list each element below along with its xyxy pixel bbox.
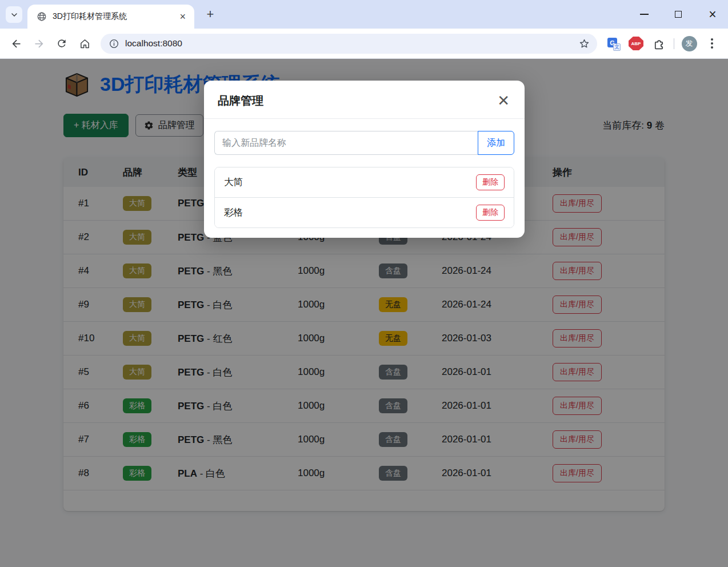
- modal-body: 添加 大简删除彩格删除: [204, 119, 525, 238]
- tab-title: 3D打印耗材管理系统: [53, 11, 178, 22]
- back-arrow-icon: [10, 38, 22, 50]
- browser-chrome: 3D打印耗材管理系统 × + ×: [0, 0, 728, 59]
- browser-toolbar: localhost:8080 G 文 ABP 发: [0, 29, 728, 59]
- page-viewport: 3D打印耗材管理系统 + 耗材入库 品牌管理 当前库存: 9 卷: [0, 59, 728, 567]
- tab-search-chevron-icon[interactable]: [6, 6, 22, 23]
- globe-favicon-icon: [37, 11, 47, 22]
- address-bar[interactable]: localhost:8080: [101, 34, 597, 54]
- profile-button[interactable]: 发: [679, 34, 699, 53]
- reload-button[interactable]: [50, 32, 73, 55]
- delete-brand-button[interactable]: 删除: [476, 205, 505, 221]
- brand-name: 大简: [224, 176, 243, 189]
- modal-header: 品牌管理 ✕: [204, 81, 525, 119]
- extensions-button[interactable]: [649, 34, 669, 53]
- modal-title: 品牌管理: [218, 93, 263, 109]
- new-brand-input[interactable]: [214, 131, 478, 155]
- window-close-button[interactable]: ×: [706, 8, 719, 21]
- close-icon: ×: [709, 8, 716, 21]
- maximize-icon: [675, 11, 682, 18]
- adblock-icon: ABP: [629, 37, 643, 50]
- tab-strip: 3D打印耗材管理系统 × + ×: [0, 0, 728, 29]
- brand-list: 大简删除彩格删除: [214, 167, 514, 228]
- forward-arrow-icon: [33, 38, 45, 50]
- home-icon: [79, 38, 91, 50]
- window-minimize-button[interactable]: [638, 8, 650, 21]
- new-brand-input-group: 添加: [214, 131, 514, 155]
- translate-icon: G 文: [607, 38, 619, 49]
- home-button[interactable]: [73, 32, 96, 55]
- modal-close-icon[interactable]: ✕: [497, 95, 510, 107]
- brand-list-item: 大简删除: [215, 167, 514, 197]
- window-controls: ×: [638, 0, 719, 29]
- kebab-menu-icon: [711, 38, 713, 49]
- tab-close-icon[interactable]: ×: [178, 11, 187, 22]
- bookmark-star-icon[interactable]: [578, 38, 590, 50]
- minimize-icon: [640, 14, 649, 15]
- delete-brand-button[interactable]: 删除: [476, 174, 505, 190]
- url-text: localhost:8080: [125, 38, 578, 49]
- brand-manage-modal: 品牌管理 ✕ 添加 大简删除彩格删除: [204, 81, 525, 238]
- forward-button[interactable]: [27, 32, 50, 55]
- translate-extension-button[interactable]: G 文: [603, 34, 623, 53]
- profile-avatar: 发: [682, 36, 697, 51]
- reload-icon: [56, 38, 67, 49]
- browser-menu-button[interactable]: [702, 34, 722, 53]
- brand-name: 彩格: [224, 206, 243, 219]
- add-brand-button[interactable]: 添加: [478, 131, 514, 155]
- adblock-extension-button[interactable]: ABP: [626, 34, 646, 53]
- puzzle-icon: [653, 37, 666, 50]
- brand-list-item: 彩格删除: [215, 197, 514, 227]
- window-maximize-button[interactable]: [672, 8, 685, 21]
- browser-tab[interactable]: 3D打印耗材管理系统 ×: [27, 5, 194, 29]
- site-info-icon[interactable]: [109, 38, 119, 49]
- new-tab-button[interactable]: +: [202, 6, 218, 22]
- toolbar-separator: [674, 38, 674, 49]
- back-button[interactable]: [5, 32, 27, 55]
